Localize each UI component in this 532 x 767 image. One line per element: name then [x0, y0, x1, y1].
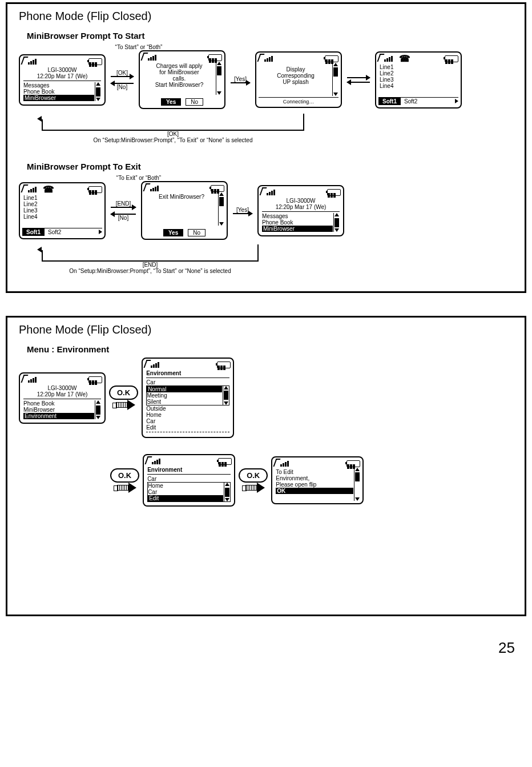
home-title: LGI-3000W [23, 385, 101, 391]
scrollbar[interactable] [332, 63, 338, 96]
env-item[interactable]: Silent [147, 399, 222, 405]
menu-item-selected[interactable]: MiniBrowser [262, 226, 333, 232]
prompt-line: Charges will apply [143, 63, 215, 69]
scrollbar[interactable] [218, 192, 224, 226]
panel-phone-mode-1: Phone Mode (Flip Closed) MiniBrowser Pro… [6, 2, 526, 293]
splash-line: Display [260, 66, 332, 73]
scrollbar[interactable] [354, 468, 360, 501]
env-item[interactable]: Car [148, 489, 223, 495]
label-yes-b: [Yes] [236, 207, 249, 213]
menu-item[interactable]: Phone Book [262, 219, 333, 226]
antenna-icon [21, 184, 28, 192]
scrollbar[interactable] [95, 400, 101, 419]
menu-item[interactable]: Phone Book [23, 400, 94, 407]
ok-pill[interactable]: O.K [109, 385, 138, 400]
env-current: Car [146, 379, 229, 385]
menu-item[interactable]: Messages [262, 213, 333, 219]
env-current: Car [147, 476, 231, 482]
prompt-line: for MiniBrowser [143, 69, 215, 75]
phone-screen-lines-a: ☎ Line1 Line2 Line3 Line4 Soft1 Soft2 [375, 51, 462, 109]
env-item[interactable]: Edit [146, 424, 229, 431]
soft2-button[interactable]: Soft2 [401, 98, 421, 105]
env-item-selected[interactable]: Edit [148, 495, 223, 501]
phone-screen-open-flip: To Edit Environment, Please open flip OK [271, 456, 364, 504]
yes-button[interactable]: Yes [163, 229, 183, 236]
soft1-button[interactable]: Soft1 [22, 228, 45, 236]
line-item: Line1 [380, 64, 457, 70]
battery-icon [218, 458, 232, 465]
battery-icon [208, 54, 222, 61]
scrollbar[interactable] [223, 386, 229, 405]
splash-line: Corresponding [260, 73, 332, 79]
ok-pill[interactable]: O.K [239, 468, 268, 483]
arrow-icon [242, 483, 265, 493]
signal-icon [148, 54, 160, 61]
env-header: Environment [147, 467, 182, 473]
battery-icon [445, 55, 458, 62]
panel-title: Phone Mode (Flip Closed) [19, 10, 513, 23]
scrollbar[interactable] [95, 82, 101, 101]
signal-icon [150, 184, 163, 191]
scrollbar[interactable] [333, 213, 340, 232]
signal-icon [264, 55, 277, 62]
line-item: Line1 [23, 195, 101, 201]
soft1-button[interactable]: Soft1 [378, 98, 401, 105]
ok-pill[interactable]: O.K [110, 468, 139, 483]
env-item-selected[interactable]: Normal [147, 386, 222, 392]
menu-item-selected[interactable]: MiniBrowser [23, 95, 94, 101]
label-yes: [Yes] [234, 76, 247, 82]
section-heading-start: MiniBrowser Prompt To Start [27, 31, 513, 41]
antenna-icon [144, 360, 151, 368]
env-item[interactable]: Meeting [147, 392, 222, 399]
more-icon[interactable] [99, 230, 102, 234]
home-time: 12:20p Mar 17 (We) [23, 73, 101, 79]
scrollbar[interactable] [224, 483, 230, 501]
no-button[interactable]: No [186, 98, 203, 106]
antenna-icon [257, 54, 264, 62]
battery-icon [88, 376, 102, 383]
phone-screen-lines-b: ☎ Line1 Line2 Line3 Line4 Soft1 Soft2 [19, 182, 106, 239]
ok-button[interactable]: OK [276, 488, 353, 494]
menu-item[interactable]: Phone Book [23, 89, 94, 95]
menu-item-selected[interactable]: Environment [23, 413, 94, 419]
env-item[interactable]: Home [148, 483, 223, 489]
scrollbar[interactable] [216, 62, 222, 95]
connecting-label: Connecting… [259, 99, 338, 105]
note-b: On “Setup:MiniBrowser:Prompt”, “To Start… [69, 268, 231, 274]
menu-item[interactable]: Messages [23, 82, 94, 89]
env-item[interactable]: Outside [146, 405, 229, 412]
soft2-button[interactable]: Soft2 [45, 229, 65, 235]
menu-item[interactable]: MiniBrowser [23, 407, 94, 413]
env-item[interactable]: Car [146, 418, 229, 424]
battery-icon [325, 55, 338, 62]
msg-line: To Edit [276, 469, 353, 475]
phone-screen-env-home: LGI-3000W 12:20p Mar 17 (We) Phone Book … [19, 372, 106, 424]
note-a: On “Setup:MiniBrowser:Prompt”, “To Exit”… [94, 137, 253, 143]
line-item: Line4 [380, 83, 457, 89]
phone-screen-home-a: LGI-3000W 12:20p Mar 17 (We) Messages Ph… [19, 54, 106, 106]
home-time: 12:20p Mar 17 (We) [262, 204, 340, 210]
antenna-icon [140, 53, 148, 61]
env-header: Environment [146, 370, 181, 376]
msg-line: Environment, [276, 475, 353, 481]
yes-button[interactable]: Yes [161, 98, 181, 106]
signal-icon [280, 460, 293, 467]
battery-icon [88, 58, 102, 65]
phone-screen-env-edit: Environment Car Home Car Edit [143, 454, 235, 507]
top-label-a: “To Start” or “Both” [87, 44, 190, 50]
no-button[interactable]: No [188, 229, 205, 236]
arrow-icon [112, 400, 135, 410]
signal-icon [151, 361, 163, 368]
antenna-icon [377, 54, 384, 62]
env-item[interactable]: Home [146, 412, 229, 418]
phone-screen-prompt-exit: Exit MiniBrowser? Yes No [141, 181, 228, 240]
phone-screen-prompt-start: Charges will apply for MiniBrowser calls… [139, 50, 225, 109]
panel-phone-mode-2: Phone Mode (Flip Closed) Menu : Environm… [6, 316, 526, 616]
antenna-icon [259, 187, 267, 195]
arrow-icon [114, 483, 136, 493]
signal-icon [384, 55, 397, 62]
antenna-icon [143, 183, 150, 191]
line-item: Line2 [23, 201, 101, 207]
signal-icon [28, 186, 41, 192]
more-icon[interactable] [455, 99, 458, 103]
